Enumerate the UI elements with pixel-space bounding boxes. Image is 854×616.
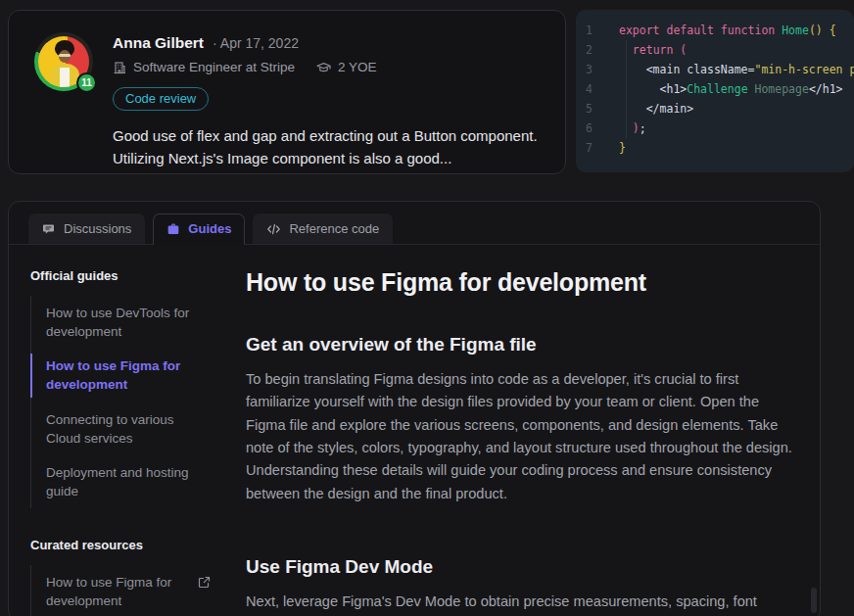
tab-label: Discussions [64, 221, 131, 236]
tab-label: Reference code [289, 221, 379, 236]
official-guides-heading: Official guides [30, 268, 211, 283]
external-link-icon [198, 576, 211, 589]
line-number: 6 [586, 121, 607, 135]
sidebar-guide-item[interactable]: How to use DevTools for development [31, 296, 211, 349]
sidebar-resource-link[interactable]: How to use Figma for development [31, 565, 211, 616]
line-number: 7 [586, 141, 607, 155]
section-heading: Use Figma Dev Mode [246, 556, 800, 578]
line-number: 2 [586, 43, 607, 57]
guide-article: How to use Figma for development Get an … [246, 266, 804, 616]
review-type-badge[interactable]: Code review [113, 87, 209, 111]
guides-icon [166, 222, 180, 236]
level-badge: 11 [76, 72, 97, 93]
avatar[interactable]: 11 [34, 32, 93, 91]
code-line: 7} [586, 138, 854, 158]
line-number: 1 [586, 24, 607, 37]
article-title: How to use Figma for development [246, 268, 800, 297]
section-heading: Get an overview of the Figma file [246, 334, 800, 355]
resource-label: How to use Figma for development [46, 573, 190, 610]
tab-bar: Discussions Guides Reference code [9, 202, 820, 245]
curated-resources-list: How to use Figma for developmentHow to u… [30, 565, 211, 616]
code-icon [266, 223, 281, 235]
review-date: · Apr 17, 2022 [213, 35, 299, 51]
tab-reference-code[interactable]: Reference code [253, 213, 393, 244]
tab-label: Guides [188, 221, 231, 236]
author-role: Software Engineer at Stripe [133, 60, 295, 74]
sidebar-guide-item[interactable]: Connecting to various Cloud services [31, 403, 211, 455]
author-name[interactable]: Anna Gilbert [113, 34, 204, 52]
section-body: To begin translating Figma designs into … [246, 368, 800, 505]
tab-discussions[interactable]: Discussions [28, 213, 145, 244]
scrollbar-thumb[interactable] [811, 588, 817, 613]
code-editor-panel[interactable]: 1export default function Home() {2 retur… [576, 10, 854, 172]
code-line: 1export default function Home() { [586, 21, 854, 40]
official-guides-list: How to use DevTools for developmentHow t… [30, 296, 211, 508]
guides-panel: Discussions Guides Reference code Offici… [8, 201, 821, 616]
discussions-icon [42, 222, 56, 236]
section-body: Next, leverage Figma's Dev Mode to obtai… [246, 591, 800, 616]
graduation-cap-icon [316, 61, 331, 74]
experience-label: 2 YOE [338, 60, 377, 74]
tab-guides[interactable]: Guides [153, 213, 245, 245]
sidebar-guide-item[interactable]: Deployment and hosting guide [31, 455, 211, 508]
line-number: 5 [586, 102, 607, 116]
review-card: 11 Anna Gilbert · Apr 17, 2022 Software … [8, 10, 566, 174]
line-number: 3 [586, 63, 607, 76]
guides-sidebar: Official guides How to use DevTools for … [30, 266, 211, 616]
curated-resources-heading: Curated resources [30, 538, 211, 552]
review-comment[interactable]: Good use of flex and gap and extracting … [113, 125, 540, 169]
sidebar-guide-item[interactable]: How to use Figma for development [31, 349, 211, 402]
building-icon [113, 61, 126, 74]
line-number: 4 [586, 82, 607, 96]
indent-guide [626, 40, 627, 138]
